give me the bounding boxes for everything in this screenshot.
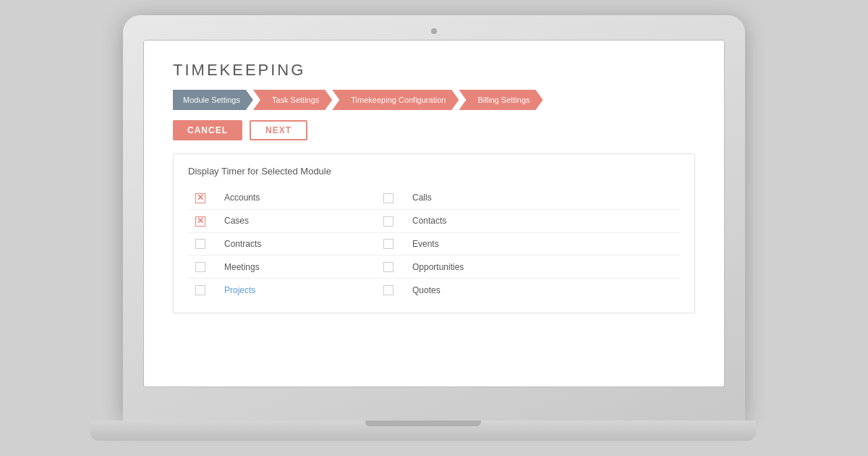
module-card: Display Timer for Selected Module Accoun…: [173, 153, 695, 313]
checkbox-quotes[interactable]: [383, 285, 393, 295]
label-calls: Calls: [412, 193, 432, 203]
laptop-screen: TIMEKEEPING Module Settings Task Setting…: [143, 40, 725, 387]
label-meetings: Meetings: [224, 262, 260, 272]
step-module-settings[interactable]: Module Settings: [173, 90, 253, 110]
checkbox-meetings[interactable]: [195, 262, 205, 272]
next-button[interactable]: NEXT: [250, 120, 307, 140]
checkbox-opportunities[interactable]: [383, 262, 393, 272]
label-accounts: Accounts: [224, 193, 260, 203]
table-row: Cases Contacts: [188, 209, 680, 232]
label-opportunities: Opportunities: [412, 262, 464, 272]
laptop-base: [90, 421, 756, 441]
table-row: Accounts Calls: [188, 187, 680, 209]
checkbox-contracts[interactable]: [195, 239, 205, 249]
module-table: Accounts Calls: [188, 187, 680, 301]
table-row: Projects Quotes: [188, 279, 680, 301]
label-contacts: Contacts: [412, 216, 446, 226]
label-cases: Cases: [224, 216, 249, 226]
label-events: Events: [412, 239, 439, 249]
laptop-shell: TIMEKEEPING Module Settings Task Setting…: [123, 15, 745, 421]
checkbox-events[interactable]: [383, 239, 393, 249]
screen-content: TIMEKEEPING Module Settings Task Setting…: [144, 41, 724, 387]
checkbox-projects[interactable]: [195, 285, 205, 295]
label-quotes: Quotes: [412, 285, 441, 295]
step-timekeeping-configuration[interactable]: Timekeeping Configuration: [332, 90, 459, 110]
page-title: TIMEKEEPING: [173, 61, 695, 80]
label-contracts: Contracts: [224, 239, 261, 249]
table-row: Meetings Opportunities: [188, 256, 680, 279]
label-projects[interactable]: Projects: [224, 285, 255, 295]
card-title: Display Timer for Selected Module: [188, 166, 680, 177]
step-task-settings[interactable]: Task Settings: [253, 90, 332, 110]
steps-breadcrumb: Module Settings Task Settings Timekeepin…: [173, 90, 695, 110]
step-billing-settings[interactable]: Billing Settings: [459, 90, 542, 110]
cancel-button[interactable]: CANCEL: [173, 120, 242, 140]
checkbox-accounts[interactable]: [195, 193, 205, 203]
checkbox-cases[interactable]: [195, 216, 205, 227]
checkbox-calls[interactable]: [383, 193, 393, 203]
table-row: Contracts Events: [188, 232, 680, 256]
action-buttons: CANCEL NEXT: [173, 120, 695, 140]
laptop-camera: [431, 28, 437, 34]
checkbox-contacts[interactable]: [383, 216, 393, 227]
